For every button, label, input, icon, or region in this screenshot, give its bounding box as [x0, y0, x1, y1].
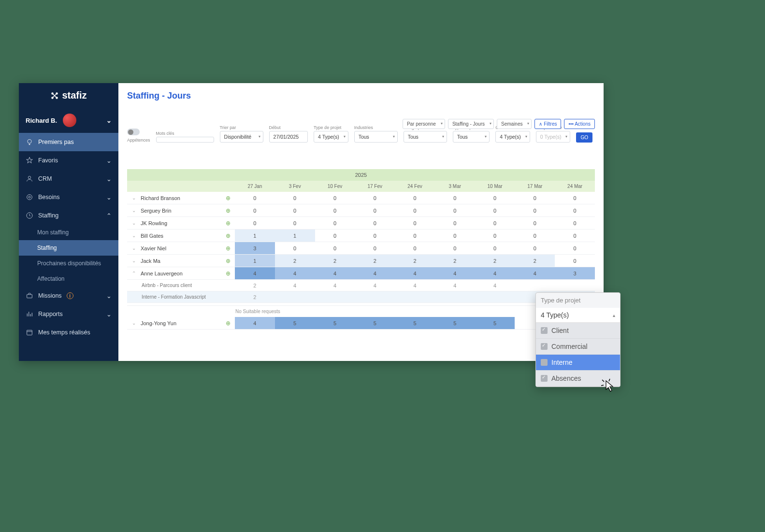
- sidebar-sub-affectation[interactable]: Affectation: [19, 271, 118, 287]
- geographie-select[interactable]: Tous: [404, 131, 447, 143]
- plus-icon[interactable]: ⊕: [226, 232, 231, 239]
- trier-par-select[interactable]: Disponibilité: [220, 131, 263, 143]
- data-cell[interactable]: 0: [435, 242, 475, 254]
- table-sub-row[interactable]: Interne - Formation Javascript2: [127, 291, 595, 303]
- data-cell[interactable]: 0: [315, 217, 355, 229]
- data-cell[interactable]: 4: [235, 267, 275, 279]
- chevron-down-icon[interactable]: ⌄: [132, 220, 138, 226]
- select-par-personne[interactable]: Par personne: [403, 119, 445, 129]
- plus-icon[interactable]: ⊕: [226, 245, 231, 252]
- data-cell[interactable]: 5: [275, 317, 315, 329]
- data-cell[interactable]: 0: [515, 230, 555, 242]
- data-cell[interactable]: 4: [395, 267, 435, 279]
- data-cell[interactable]: 0: [355, 230, 395, 242]
- data-cell[interactable]: 0: [355, 217, 395, 229]
- data-cell[interactable]: 0: [475, 242, 515, 254]
- data-cell[interactable]: 0: [315, 204, 355, 216]
- data-cell[interactable]: 4: [315, 267, 355, 279]
- data-cell[interactable]: 5: [355, 317, 395, 329]
- sidebar-item-staffing[interactable]: Staffing ⌃: [19, 206, 118, 225]
- data-cell[interactable]: 1: [235, 255, 275, 267]
- par-personne-select[interactable]: 0 Type(s): [536, 131, 571, 143]
- data-cell[interactable]: 0: [435, 217, 475, 229]
- data-cell[interactable]: 1: [275, 230, 315, 242]
- data-cell[interactable]: 0: [515, 204, 555, 216]
- data-cell[interactable]: 5: [395, 317, 435, 329]
- data-cell[interactable]: 2: [515, 255, 555, 267]
- data-cell[interactable]: 0: [395, 204, 435, 216]
- data-cell[interactable]: 0: [355, 242, 395, 254]
- data-cell[interactable]: 0: [395, 192, 435, 204]
- data-cell[interactable]: 4: [275, 267, 315, 279]
- data-cell[interactable]: 0: [555, 255, 595, 267]
- appetences-toggle[interactable]: [127, 129, 140, 135]
- checkbox-icon[interactable]: [541, 359, 548, 366]
- sidebar-item-besoins[interactable]: Besoins ⌄: [19, 188, 118, 206]
- data-cell[interactable]: 0: [435, 230, 475, 242]
- sidebar-item-premiers-pas[interactable]: Premiers pas: [19, 133, 118, 151]
- data-cell[interactable]: 2: [355, 255, 395, 267]
- go-button[interactable]: GO: [576, 132, 592, 143]
- popup-option-client[interactable]: Client: [536, 323, 620, 339]
- sidebar-sub-staffing[interactable]: Staffing: [19, 240, 118, 256]
- sidebar-item-crm[interactable]: CRM ⌄: [19, 170, 118, 188]
- debut-input[interactable]: 27/01/2025: [269, 131, 308, 143]
- data-cell[interactable]: 0: [275, 217, 315, 229]
- data-cell[interactable]: 4: [235, 317, 275, 329]
- type-projet-select[interactable]: 4 Type(s): [314, 131, 348, 143]
- grade-select[interactable]: 4 Type(s): [495, 131, 530, 143]
- chevron-down-icon[interactable]: ⌄: [132, 245, 138, 251]
- data-cell[interactable]: 0: [555, 217, 595, 229]
- data-cell[interactable]: 0: [475, 192, 515, 204]
- data-cell[interactable]: 0: [275, 242, 315, 254]
- data-cell[interactable]: 2: [275, 255, 315, 267]
- sidebar-item-mes-temps[interactable]: Mes temps réalisés: [19, 323, 118, 342]
- data-cell[interactable]: 5: [315, 317, 355, 329]
- popup-option-interne[interactable]: Interne: [536, 355, 620, 371]
- data-cell[interactable]: 2: [435, 255, 475, 267]
- popup-selected-row[interactable]: 4 Type(s) ▴: [536, 308, 620, 323]
- data-cell[interactable]: 0: [235, 192, 275, 204]
- chevron-down-icon[interactable]: ⌄: [132, 233, 138, 238]
- data-cell[interactable]: 2: [395, 255, 435, 267]
- popup-option-commercial[interactable]: Commercial: [536, 339, 620, 355]
- sidebar-sub-prochaines[interactable]: Prochaines disponibilités: [19, 256, 118, 271]
- data-cell[interactable]: 0: [555, 242, 595, 254]
- data-cell[interactable]: 3: [235, 242, 275, 254]
- table-row[interactable]: ⌄JK Rowling⊕000000000: [127, 217, 595, 230]
- data-cell[interactable]: 0: [515, 192, 555, 204]
- data-cell[interactable]: 0: [475, 230, 515, 242]
- data-cell[interactable]: 2: [315, 255, 355, 267]
- chevron-down-icon[interactable]: ⌄: [132, 195, 138, 201]
- select-semaines[interactable]: Semaines: [497, 119, 532, 129]
- data-cell[interactable]: 0: [235, 217, 275, 229]
- data-cell[interactable]: 0: [395, 217, 435, 229]
- data-cell[interactable]: 0: [395, 230, 435, 242]
- sidebar-item-missions[interactable]: Missions i ⌄: [19, 287, 118, 305]
- select-staffing-jours[interactable]: Staffing - Jours: [448, 119, 494, 129]
- plus-icon[interactable]: ⊕: [226, 195, 231, 201]
- data-cell[interactable]: 5: [475, 317, 515, 329]
- chevron-up-icon[interactable]: ⌃: [132, 271, 138, 276]
- chevron-down-icon[interactable]: ⌄: [132, 320, 138, 326]
- data-cell[interactable]: 0: [435, 192, 475, 204]
- plus-icon[interactable]: ⊕: [226, 258, 231, 264]
- data-cell[interactable]: 0: [275, 192, 315, 204]
- data-cell[interactable]: 0: [555, 192, 595, 204]
- data-cell[interactable]: 4: [355, 267, 395, 279]
- data-cell[interactable]: 0: [275, 204, 315, 216]
- checkbox-icon[interactable]: [541, 375, 548, 382]
- data-cell[interactable]: 0: [355, 204, 395, 216]
- data-cell[interactable]: 0: [235, 204, 275, 216]
- data-cell[interactable]: 0: [555, 204, 595, 216]
- data-cell[interactable]: 0: [395, 242, 435, 254]
- checkbox-icon[interactable]: [541, 327, 548, 334]
- data-cell[interactable]: 0: [515, 217, 555, 229]
- sidebar-sub-mon-staffing[interactable]: Mon staffing: [19, 225, 118, 240]
- user-row[interactable]: Richard B. ⌄: [19, 108, 118, 133]
- plus-icon[interactable]: ⊕: [226, 270, 231, 277]
- data-cell[interactable]: 4: [435, 267, 475, 279]
- plus-icon[interactable]: ⊕: [226, 220, 231, 227]
- industries-select[interactable]: Tous: [354, 131, 398, 143]
- table-sub-row[interactable]: Airbnb - Parcours client2444444: [127, 280, 595, 291]
